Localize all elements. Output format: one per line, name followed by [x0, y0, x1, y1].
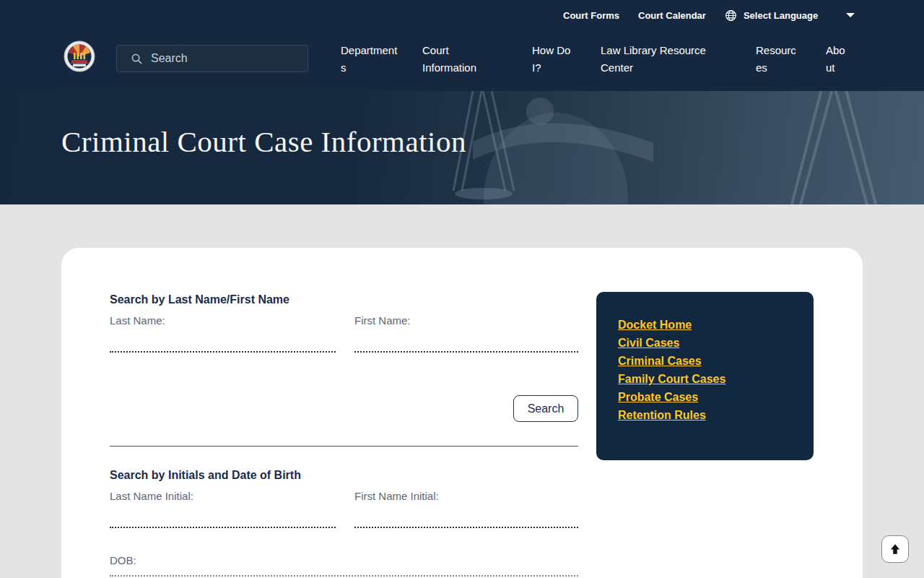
- globe-icon: [725, 9, 737, 22]
- page-title: Criminal Court Case Information: [61, 124, 466, 159]
- utility-bar: Court Forms Court Calendar Select Langua…: [563, 0, 855, 30]
- site-header: Court Forms Court Calendar Select Langua…: [0, 0, 924, 91]
- search-button[interactable]: Search: [513, 395, 578, 422]
- first-name-label: First Name:: [354, 314, 411, 327]
- nav-item-departments[interactable]: Departments: [341, 42, 398, 77]
- last-initial-input[interactable]: [110, 509, 336, 528]
- scroll-to-top-button[interactable]: [881, 535, 909, 563]
- nav-item-how-do-i[interactable]: How Do I?: [532, 42, 572, 77]
- language-selector[interactable]: Select Language: [725, 9, 818, 22]
- court-calendar-link[interactable]: Court Calendar: [638, 10, 706, 21]
- dob-input[interactable]: [110, 558, 578, 577]
- court-seal-logo[interactable]: [64, 40, 95, 72]
- page: Criminal Court Case Information Court Fo…: [0, 0, 924, 578]
- nav-item-resources[interactable]: Resources: [756, 42, 801, 77]
- last-initial-label: Last Name Initial:: [110, 490, 193, 502]
- family-court-cases-link[interactable]: Family Court Cases: [618, 370, 814, 388]
- docket-home-link[interactable]: Docket Home: [618, 316, 814, 334]
- name-search-heading: Search by Last Name/First Name: [110, 293, 289, 306]
- search-icon: [131, 53, 142, 64]
- docket-links-panel: Docket Home Civil Cases Criminal Cases F…: [596, 292, 814, 460]
- section-divider: [110, 446, 578, 447]
- civil-cases-link[interactable]: Civil Cases: [618, 334, 814, 352]
- initials-search-heading: Search by Initials and Date of Birth: [110, 469, 301, 482]
- probate-cases-link[interactable]: Probate Cases: [618, 388, 814, 406]
- nav-item-about[interactable]: About: [826, 42, 851, 77]
- caret-down-icon[interactable]: [846, 13, 855, 17]
- nav-item-law-library-resource-center[interactable]: Law Library Resource Center: [601, 42, 709, 77]
- arrow-up-icon: [887, 541, 903, 557]
- last-name-input[interactable]: [110, 334, 336, 353]
- first-initial-input[interactable]: [354, 509, 578, 528]
- language-selector-label: Select Language: [744, 10, 818, 21]
- first-initial-label: First Name Initial:: [354, 490, 439, 502]
- nav-item-court-information[interactable]: Court Information: [422, 42, 487, 77]
- court-forms-link[interactable]: Court Forms: [563, 10, 619, 21]
- criminal-cases-link[interactable]: Criminal Cases: [618, 352, 814, 370]
- last-name-label: Last Name:: [110, 314, 165, 327]
- first-name-input[interactable]: [354, 334, 578, 353]
- search-input[interactable]: [151, 52, 300, 65]
- header-search: [116, 45, 308, 72]
- retention-rules-link[interactable]: Retention Rules: [618, 406, 814, 424]
